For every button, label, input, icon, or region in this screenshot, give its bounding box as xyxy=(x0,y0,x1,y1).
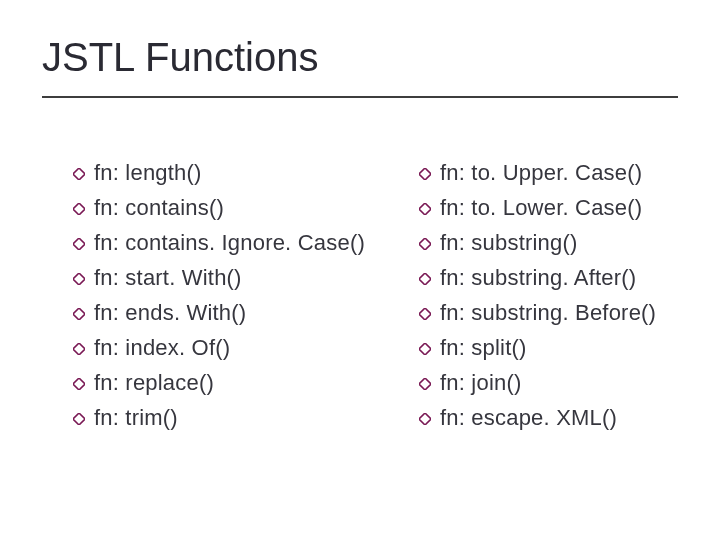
diamond-bullet-icon xyxy=(72,272,86,286)
diamond-bullet-icon xyxy=(72,202,86,216)
list-item-label: fn: length() xyxy=(94,160,202,186)
diamond-bullet-icon xyxy=(418,412,432,426)
left-column: fn: length() fn: contains() fn: contains… xyxy=(72,160,362,431)
content-columns: fn: length() fn: contains() fn: contains… xyxy=(72,160,678,431)
page-title: JSTL Functions xyxy=(42,35,318,80)
list-item: fn: substring() xyxy=(418,230,678,256)
list-item: fn: length() xyxy=(72,160,362,186)
list-item: fn: contains() xyxy=(72,195,362,221)
list-item-label: fn: to. Upper. Case() xyxy=(440,160,642,186)
list-item: fn: substring. Before() xyxy=(418,300,678,326)
svg-marker-13 xyxy=(419,343,431,355)
diamond-bullet-icon xyxy=(418,167,432,181)
list-item-label: fn: contains. Ignore. Case() xyxy=(94,230,365,256)
diamond-bullet-icon xyxy=(418,342,432,356)
svg-marker-14 xyxy=(419,378,431,390)
svg-marker-15 xyxy=(419,413,431,425)
list-item: fn: to. Upper. Case() xyxy=(418,160,678,186)
list-item-label: fn: join() xyxy=(440,370,521,396)
list-item-label: fn: substring. Before() xyxy=(440,300,656,326)
svg-marker-7 xyxy=(73,413,85,425)
list-item: fn: split() xyxy=(418,335,678,361)
diamond-bullet-icon xyxy=(72,167,86,181)
list-item: fn: index. Of() xyxy=(72,335,362,361)
svg-marker-5 xyxy=(73,343,85,355)
list-item: fn: trim() xyxy=(72,405,362,431)
list-item-label: fn: start. With() xyxy=(94,265,242,291)
diamond-bullet-icon xyxy=(418,237,432,251)
svg-marker-8 xyxy=(419,168,431,180)
list-item-label: fn: substring. After() xyxy=(440,265,636,291)
list-item-label: fn: contains() xyxy=(94,195,224,221)
list-item: fn: replace() xyxy=(72,370,362,396)
list-item: fn: start. With() xyxy=(72,265,362,291)
title-rule xyxy=(42,96,678,98)
diamond-bullet-icon xyxy=(418,272,432,286)
list-item: fn: escape. XML() xyxy=(418,405,678,431)
svg-marker-12 xyxy=(419,308,431,320)
svg-marker-3 xyxy=(73,273,85,285)
diamond-bullet-icon xyxy=(72,237,86,251)
svg-marker-11 xyxy=(419,273,431,285)
svg-marker-4 xyxy=(73,308,85,320)
list-item: fn: substring. After() xyxy=(418,265,678,291)
list-item: fn: ends. With() xyxy=(72,300,362,326)
svg-marker-2 xyxy=(73,238,85,250)
diamond-bullet-icon xyxy=(72,307,86,321)
diamond-bullet-icon xyxy=(72,412,86,426)
svg-marker-6 xyxy=(73,378,85,390)
svg-marker-10 xyxy=(419,238,431,250)
svg-marker-9 xyxy=(419,203,431,215)
list-item-label: fn: ends. With() xyxy=(94,300,246,326)
list-item-label: fn: index. Of() xyxy=(94,335,230,361)
diamond-bullet-icon xyxy=(72,377,86,391)
list-item-label: fn: split() xyxy=(440,335,527,361)
list-item: fn: contains. Ignore. Case() xyxy=(72,230,362,256)
list-item-label: fn: trim() xyxy=(94,405,178,431)
diamond-bullet-icon xyxy=(418,307,432,321)
list-item: fn: to. Lower. Case() xyxy=(418,195,678,221)
list-item-label: fn: to. Lower. Case() xyxy=(440,195,642,221)
list-item-label: fn: substring() xyxy=(440,230,578,256)
slide: JSTL Functions fn: length() fn: contains… xyxy=(0,0,720,540)
diamond-bullet-icon xyxy=(418,202,432,216)
diamond-bullet-icon xyxy=(72,342,86,356)
svg-marker-0 xyxy=(73,168,85,180)
svg-marker-1 xyxy=(73,203,85,215)
diamond-bullet-icon xyxy=(418,377,432,391)
right-column: fn: to. Upper. Case() fn: to. Lower. Cas… xyxy=(418,160,678,431)
list-item-label: fn: escape. XML() xyxy=(440,405,617,431)
list-item-label: fn: replace() xyxy=(94,370,214,396)
list-item: fn: join() xyxy=(418,370,678,396)
